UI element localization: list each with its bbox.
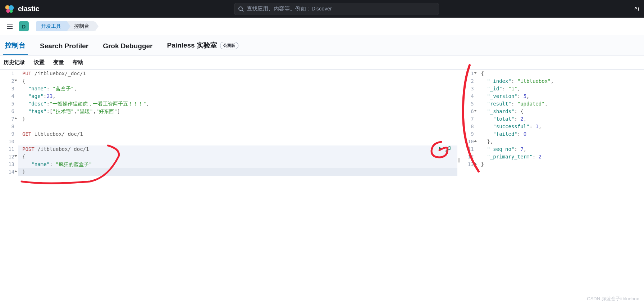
logo-area[interactable]: elastic — [4, 4, 39, 14]
tab-grok-debugger[interactable]: Grok Debugger — [101, 38, 155, 55]
tab-console[interactable]: 控制台 — [3, 36, 28, 55]
main-tabs: 控制台 Search Profiler Grok Debugger Painle… — [0, 35, 644, 55]
beta-badge: 公测版 — [220, 42, 238, 49]
subtab-help[interactable]: 帮助 — [72, 58, 84, 67]
subtab-variables[interactable]: 变量 — [52, 58, 65, 67]
request-actions — [437, 146, 451, 154]
subtab-history[interactable]: 历史记录 — [3, 58, 26, 67]
search-icon — [238, 6, 244, 12]
subtab-settings[interactable]: 设置 — [33, 58, 45, 67]
brand-name: elastic — [18, 5, 39, 13]
svg-point-4 — [239, 7, 242, 10]
breadcrumb-console[interactable]: 控制台 — [67, 21, 95, 31]
svg-point-2 — [6, 9, 10, 13]
top-header: elastic 查找应用、内容等。例如：Discover ^/ — [0, 0, 644, 18]
tab-search-profiler[interactable]: Search Profiler — [38, 38, 91, 55]
svg-point-3 — [10, 9, 13, 13]
wrench-icon — [445, 146, 451, 152]
global-search[interactable]: 查找应用、内容等。例如：Discover — [234, 3, 439, 15]
request-code[interactable]: PUT /itbluebox/_doc/1{ "name": "蓝盒子", "a… — [18, 70, 457, 250]
tab-painless-lab[interactable]: Painless 实验室 公测版 — [165, 36, 240, 55]
tab-label: Search Profiler — [40, 42, 88, 50]
elastic-logo-icon — [4, 4, 14, 14]
tab-label: Painless 实验室 — [167, 41, 217, 50]
breadcrumb-bar: D 开发工具 控制台 — [0, 18, 644, 35]
console-sub-tabs: 历史记录 设置 变量 帮助 — [0, 55, 644, 70]
header-right: ^/ — [634, 6, 640, 12]
response-gutter: 12345678910111213 — [461, 70, 478, 250]
nav-toggle-button[interactable] — [4, 21, 15, 32]
breadcrumb-devtools[interactable]: 开发工具 — [36, 21, 67, 31]
svg-line-5 — [242, 10, 243, 12]
request-editor[interactable]: 1234567891011121314 PUT /itbluebox/_doc/… — [0, 70, 457, 250]
keyboard-shortcut-icon[interactable]: ^/ — [634, 6, 640, 12]
hamburger-icon — [6, 23, 13, 30]
pane-splitter[interactable]: ║ — [457, 70, 461, 250]
response-pane: 12345678910111213 { "_index": "itbluebox… — [461, 70, 644, 250]
request-gutter: 1234567891011121314 — [0, 70, 18, 250]
play-icon — [437, 146, 443, 152]
space-selector[interactable]: D — [19, 21, 29, 31]
tab-label: 控制台 — [5, 41, 26, 50]
editor-area: 1234567891011121314 PUT /itbluebox/_doc/… — [0, 70, 644, 250]
response-code[interactable]: { "_index": "itbluebox", "_id": "1", "_v… — [478, 70, 644, 250]
breadcrumbs: 开发工具 控制台 — [36, 21, 95, 31]
tab-label: Grok Debugger — [103, 42, 152, 50]
svg-point-1 — [9, 5, 14, 10]
request-options-button[interactable] — [445, 146, 451, 154]
search-placeholder: 查找应用、内容等。例如：Discover — [247, 5, 332, 12]
send-request-button[interactable] — [437, 146, 443, 154]
